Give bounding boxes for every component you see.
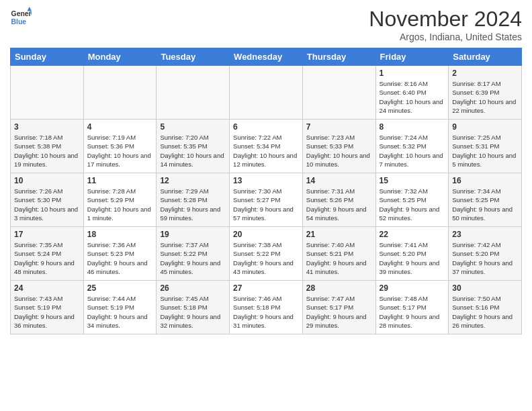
- day-number: 7: [306, 122, 372, 132]
- day-cell-0-2: [157, 66, 230, 120]
- day-number: 23: [452, 230, 518, 239]
- day-number: 4: [87, 122, 153, 132]
- day-info: Sunrise: 8:17 AM Sunset: 6:39 PM Dayligh…: [452, 79, 518, 115]
- week-row-2: 3Sunrise: 7:18 AM Sunset: 5:38 PM Daylig…: [11, 120, 522, 173]
- col-wednesday: Wednesday: [230, 48, 303, 66]
- day-number: 11: [87, 176, 153, 185]
- col-friday: Friday: [375, 48, 449, 66]
- day-cell-2-0: 10Sunrise: 7:26 AM Sunset: 5:30 PM Dayli…: [11, 173, 84, 227]
- location-title: Argos, Indiana, United States: [369, 32, 522, 42]
- day-cell-3-2: 19Sunrise: 7:37 AM Sunset: 5:22 PM Dayli…: [157, 227, 230, 281]
- day-number: 8: [380, 122, 445, 132]
- day-number: 15: [380, 176, 445, 185]
- day-cell-1-6: 9Sunrise: 7:25 AM Sunset: 5:31 PM Daylig…: [449, 120, 522, 173]
- day-info: Sunrise: 7:28 AM Sunset: 5:29 PM Dayligh…: [87, 187, 153, 222]
- day-cell-0-1: [83, 66, 157, 120]
- svg-text:Blue: Blue: [11, 18, 27, 26]
- day-number: 2: [452, 68, 518, 78]
- week-row-1: 1Sunrise: 8:16 AM Sunset: 6:40 PM Daylig…: [11, 66, 522, 120]
- day-info: Sunrise: 7:19 AM Sunset: 5:36 PM Dayligh…: [87, 133, 153, 169]
- day-info: Sunrise: 7:47 AM Sunset: 5:17 PM Dayligh…: [306, 294, 372, 330]
- month-title: November 2024: [369, 7, 522, 32]
- day-number: 6: [233, 122, 299, 132]
- day-cell-4-4: 28Sunrise: 7:47 AM Sunset: 5:17 PM Dayli…: [302, 281, 375, 334]
- day-cell-0-3: [230, 66, 303, 120]
- day-info: Sunrise: 7:38 AM Sunset: 5:22 PM Dayligh…: [233, 240, 299, 276]
- day-cell-3-4: 21Sunrise: 7:40 AM Sunset: 5:21 PM Dayli…: [302, 227, 375, 281]
- day-cell-4-3: 27Sunrise: 7:46 AM Sunset: 5:18 PM Dayli…: [230, 281, 303, 334]
- day-info: Sunrise: 7:37 AM Sunset: 5:22 PM Dayligh…: [160, 240, 226, 276]
- col-sunday: Sunday: [11, 48, 84, 66]
- day-cell-3-3: 20Sunrise: 7:38 AM Sunset: 5:22 PM Dayli…: [230, 227, 303, 281]
- day-info: Sunrise: 7:32 AM Sunset: 5:25 PM Dayligh…: [380, 187, 445, 222]
- day-number: 9: [452, 122, 518, 132]
- col-monday: Monday: [83, 48, 157, 66]
- day-cell-1-5: 8Sunrise: 7:24 AM Sunset: 5:32 PM Daylig…: [375, 120, 449, 173]
- logo-icon: General Blue: [10, 7, 32, 28]
- day-cell-4-1: 25Sunrise: 7:44 AM Sunset: 5:19 PM Dayli…: [83, 281, 157, 334]
- day-cell-4-0: 24Sunrise: 7:43 AM Sunset: 5:19 PM Dayli…: [11, 281, 84, 334]
- day-number: 24: [14, 283, 80, 293]
- header: General Blue November 2024 Argos, Indian…: [10, 7, 522, 42]
- day-info: Sunrise: 7:29 AM Sunset: 5:28 PM Dayligh…: [160, 187, 226, 222]
- day-cell-1-3: 6Sunrise: 7:22 AM Sunset: 5:34 PM Daylig…: [230, 120, 303, 173]
- day-info: Sunrise: 7:41 AM Sunset: 5:20 PM Dayligh…: [380, 240, 445, 276]
- day-info: Sunrise: 7:36 AM Sunset: 5:23 PM Dayligh…: [87, 240, 153, 276]
- week-row-4: 17Sunrise: 7:35 AM Sunset: 5:24 PM Dayli…: [11, 227, 522, 281]
- day-number: 16: [452, 176, 518, 185]
- col-thursday: Thursday: [302, 48, 375, 66]
- day-number: 29: [380, 283, 445, 293]
- day-cell-4-6: 30Sunrise: 7:50 AM Sunset: 5:16 PM Dayli…: [449, 281, 522, 334]
- col-saturday: Saturday: [449, 48, 522, 66]
- day-cell-2-3: 13Sunrise: 7:30 AM Sunset: 5:27 PM Dayli…: [230, 173, 303, 227]
- day-number: 13: [233, 176, 299, 185]
- title-area: November 2024 Argos, Indiana, United Sta…: [369, 7, 522, 42]
- day-cell-3-0: 17Sunrise: 7:35 AM Sunset: 5:24 PM Dayli…: [11, 227, 84, 281]
- svg-marker-2: [28, 7, 32, 11]
- day-info: Sunrise: 7:23 AM Sunset: 5:33 PM Dayligh…: [306, 133, 372, 169]
- day-number: 18: [87, 230, 153, 239]
- logo: General Blue: [10, 7, 32, 28]
- week-row-5: 24Sunrise: 7:43 AM Sunset: 5:19 PM Dayli…: [11, 281, 522, 334]
- day-info: Sunrise: 7:42 AM Sunset: 5:20 PM Dayligh…: [452, 240, 518, 276]
- day-number: 10: [14, 176, 80, 185]
- day-cell-1-0: 3Sunrise: 7:18 AM Sunset: 5:38 PM Daylig…: [11, 120, 84, 173]
- day-cell-2-4: 14Sunrise: 7:31 AM Sunset: 5:26 PM Dayli…: [302, 173, 375, 227]
- day-info: Sunrise: 7:46 AM Sunset: 5:18 PM Dayligh…: [233, 294, 299, 330]
- day-info: Sunrise: 7:20 AM Sunset: 5:35 PM Dayligh…: [160, 133, 226, 169]
- day-cell-1-1: 4Sunrise: 7:19 AM Sunset: 5:36 PM Daylig…: [83, 120, 157, 173]
- day-info: Sunrise: 7:25 AM Sunset: 5:31 PM Dayligh…: [452, 133, 518, 169]
- day-cell-2-6: 16Sunrise: 7:34 AM Sunset: 5:25 PM Dayli…: [449, 173, 522, 227]
- header-row: Sunday Monday Tuesday Wednesday Thursday…: [11, 48, 522, 66]
- day-cell-3-6: 23Sunrise: 7:42 AM Sunset: 5:20 PM Dayli…: [449, 227, 522, 281]
- day-cell-4-2: 26Sunrise: 7:45 AM Sunset: 5:18 PM Dayli…: [157, 281, 230, 334]
- day-number: 30: [452, 283, 518, 293]
- day-number: 20: [233, 230, 299, 239]
- day-number: 19: [160, 230, 226, 239]
- day-number: 5: [160, 122, 226, 132]
- day-number: 28: [306, 283, 372, 293]
- day-info: Sunrise: 7:40 AM Sunset: 5:21 PM Dayligh…: [306, 240, 372, 276]
- day-cell-0-5: 1Sunrise: 8:16 AM Sunset: 6:40 PM Daylig…: [375, 66, 449, 120]
- day-number: 17: [14, 230, 80, 239]
- day-info: Sunrise: 7:48 AM Sunset: 5:17 PM Dayligh…: [380, 294, 445, 330]
- page-container: General Blue November 2024 Argos, Indian…: [0, 0, 532, 341]
- day-info: Sunrise: 7:34 AM Sunset: 5:25 PM Dayligh…: [452, 187, 518, 222]
- svg-text:General: General: [11, 10, 32, 17]
- day-info: Sunrise: 7:43 AM Sunset: 5:19 PM Dayligh…: [14, 294, 80, 330]
- day-cell-1-4: 7Sunrise: 7:23 AM Sunset: 5:33 PM Daylig…: [302, 120, 375, 173]
- day-number: 12: [160, 176, 226, 185]
- day-cell-4-5: 29Sunrise: 7:48 AM Sunset: 5:17 PM Dayli…: [375, 281, 449, 334]
- col-tuesday: Tuesday: [157, 48, 230, 66]
- day-info: Sunrise: 7:18 AM Sunset: 5:38 PM Dayligh…: [14, 133, 80, 169]
- day-cell-3-1: 18Sunrise: 7:36 AM Sunset: 5:23 PM Dayli…: [83, 227, 157, 281]
- day-cell-1-2: 5Sunrise: 7:20 AM Sunset: 5:35 PM Daylig…: [157, 120, 230, 173]
- day-info: Sunrise: 7:45 AM Sunset: 5:18 PM Dayligh…: [160, 294, 226, 330]
- day-cell-2-2: 12Sunrise: 7:29 AM Sunset: 5:28 PM Dayli…: [157, 173, 230, 227]
- day-info: Sunrise: 7:30 AM Sunset: 5:27 PM Dayligh…: [233, 187, 299, 222]
- day-info: Sunrise: 7:44 AM Sunset: 5:19 PM Dayligh…: [87, 294, 153, 330]
- day-info: Sunrise: 7:24 AM Sunset: 5:32 PM Dayligh…: [380, 133, 445, 169]
- day-number: 27: [233, 283, 299, 293]
- week-row-3: 10Sunrise: 7:26 AM Sunset: 5:30 PM Dayli…: [11, 173, 522, 227]
- day-number: 21: [306, 230, 372, 239]
